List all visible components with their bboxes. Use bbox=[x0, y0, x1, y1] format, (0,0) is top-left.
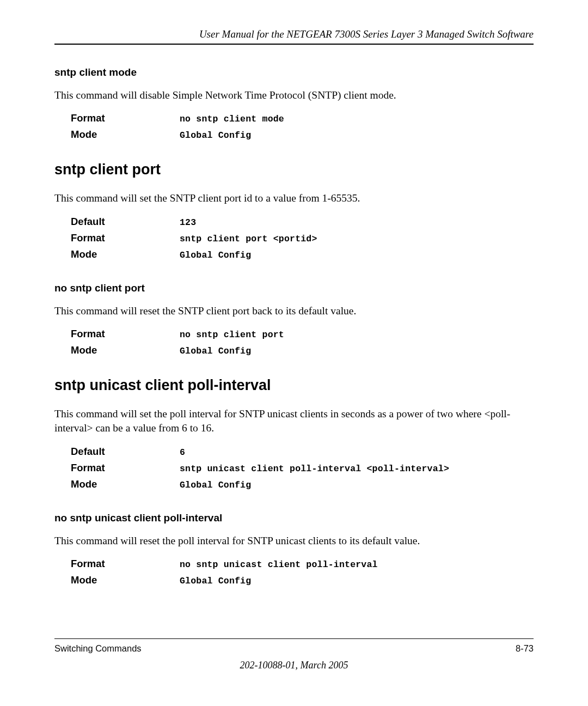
param-block: Format no sntp unicast client poll-inter… bbox=[71, 558, 534, 586]
param-label: Mode bbox=[71, 248, 180, 260]
param-row-mode: Mode Global Config bbox=[71, 574, 534, 586]
param-row-default: Default 123 bbox=[71, 216, 534, 228]
param-value: Global Config bbox=[180, 130, 251, 141]
param-row-format: Format sntp unicast client poll-interval… bbox=[71, 462, 534, 474]
param-row-format: Format no sntp client port bbox=[71, 328, 534, 340]
param-label: Mode bbox=[71, 478, 180, 490]
param-value: 6 bbox=[180, 447, 185, 458]
section-desc: This command will set the SNTP client po… bbox=[54, 191, 534, 205]
param-value: sntp client port <portid> bbox=[180, 234, 317, 244]
param-label: Default bbox=[71, 446, 180, 458]
param-label: Mode bbox=[71, 344, 180, 356]
param-value: Global Config bbox=[180, 480, 251, 490]
param-row-mode: Mode Global Config bbox=[71, 478, 534, 490]
param-label: Format bbox=[71, 462, 180, 474]
param-label: Mode bbox=[71, 574, 180, 586]
param-row-format: Format sntp client port <portid> bbox=[71, 232, 534, 244]
page-header: User Manual for the NETGEAR 7300S Series… bbox=[54, 28, 534, 45]
param-label: Format bbox=[71, 112, 180, 124]
param-block: Format no sntp client port Mode Global C… bbox=[71, 328, 534, 356]
header-title: User Manual for the NETGEAR 7300S Series… bbox=[199, 28, 534, 40]
param-row-format: Format no sntp unicast client poll-inter… bbox=[71, 558, 534, 570]
param-label: Format bbox=[71, 328, 180, 340]
section-desc: This command will reset the SNTP client … bbox=[54, 304, 534, 318]
page-footer: Switching Commands 8-73 bbox=[54, 638, 534, 654]
section-heading-no-sntp-client-port: no sntp client port bbox=[54, 282, 534, 294]
param-row-mode: Mode Global Config bbox=[71, 248, 534, 260]
footer-right: 8-73 bbox=[516, 643, 534, 654]
param-value: 123 bbox=[180, 217, 196, 228]
param-value: no sntp unicast client poll-interval bbox=[180, 559, 378, 570]
section-heading-sntp-unicast-poll-interval: sntp unicast client poll-interval bbox=[54, 377, 534, 394]
param-label: Default bbox=[71, 216, 180, 228]
param-label: Mode bbox=[71, 129, 180, 141]
param-label: Format bbox=[71, 232, 180, 244]
param-value: Global Config bbox=[180, 346, 251, 356]
param-value: no sntp client mode bbox=[180, 114, 284, 124]
param-row-mode: Mode Global Config bbox=[71, 129, 534, 141]
footer-left: Switching Commands bbox=[54, 643, 142, 654]
section-desc: This command will set the poll interval … bbox=[54, 407, 534, 436]
footer-center: 202-10088-01, March 2005 bbox=[54, 660, 534, 671]
param-value: Global Config bbox=[180, 576, 251, 586]
param-label: Format bbox=[71, 558, 180, 570]
section-desc: This command will reset the poll interva… bbox=[54, 534, 534, 548]
param-block: Default 6 Format sntp unicast client pol… bbox=[71, 446, 534, 490]
param-block: Format no sntp client mode Mode Global C… bbox=[71, 112, 534, 141]
param-row-format: Format no sntp client mode bbox=[71, 112, 534, 124]
param-row-default: Default 6 bbox=[71, 446, 534, 458]
param-row-mode: Mode Global Config bbox=[71, 344, 534, 356]
section-heading-sntp-client-port: sntp client port bbox=[54, 161, 534, 178]
param-value: sntp unicast client poll-interval <poll-… bbox=[180, 464, 449, 474]
section-heading-no-sntp-unicast-poll-interval: no sntp unicast client poll-interval bbox=[54, 512, 534, 524]
param-value: no sntp client port bbox=[180, 330, 284, 340]
param-value: Global Config bbox=[180, 250, 251, 260]
section-heading-sntp-client-mode: sntp client mode bbox=[54, 66, 534, 78]
section-desc: This command will disable Simple Network… bbox=[54, 88, 534, 102]
param-block: Default 123 Format sntp client port <por… bbox=[71, 216, 534, 260]
footer-row: Switching Commands 8-73 bbox=[54, 643, 534, 654]
